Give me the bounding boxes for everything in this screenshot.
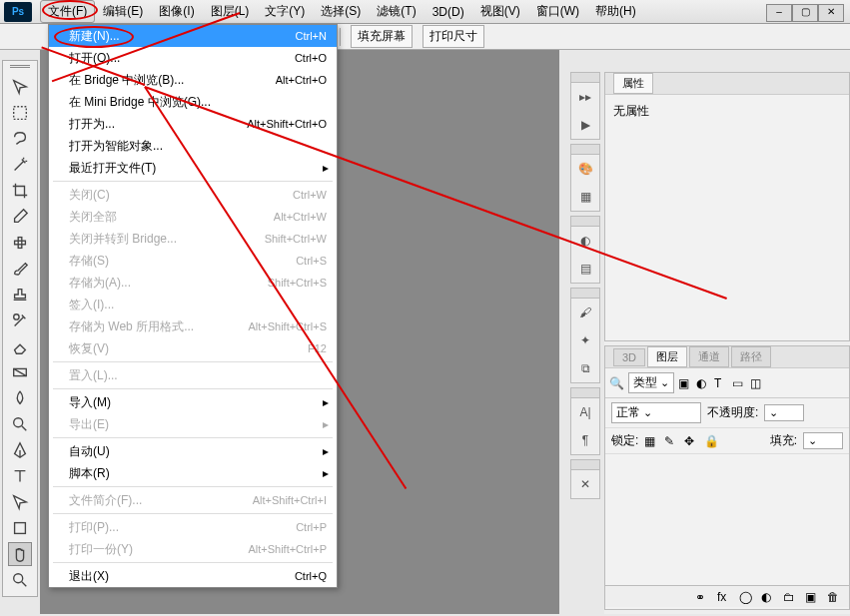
- menu-select[interactable]: 选择(S): [313, 0, 369, 23]
- menu-3d[interactable]: 3D(D): [425, 2, 472, 22]
- menu-type[interactable]: 文字(Y): [257, 0, 313, 23]
- character-icon[interactable]: A|: [571, 398, 599, 426]
- menu-item-[interactable]: 打开为...Alt+Shift+Ctrl+O: [49, 113, 337, 135]
- lock-all-icon[interactable]: 🔒: [704, 434, 718, 448]
- path-tool[interactable]: [8, 490, 32, 514]
- print-size-button[interactable]: 打印尺寸: [423, 25, 484, 48]
- eraser-tool[interactable]: [8, 334, 32, 358]
- menu-item-bridgeb[interactable]: 在 Bridge 中浏览(B)...Alt+Ctrl+O: [49, 69, 337, 91]
- link-icon[interactable]: ⚭: [695, 590, 709, 604]
- history-icon[interactable]: ▸▸: [571, 83, 599, 111]
- gradient-tool[interactable]: [8, 360, 32, 384]
- menu-item-u[interactable]: 自动(U)▸: [49, 440, 337, 462]
- maximize-button[interactable]: ▢: [792, 4, 818, 22]
- menu-shortcut: Alt+Ctrl+W: [274, 211, 327, 223]
- shape-tool[interactable]: [8, 516, 32, 540]
- zoom-tool[interactable]: [8, 568, 32, 592]
- menu-view[interactable]: 视图(V): [472, 0, 528, 23]
- menu-item-n[interactable]: 新建(N)...Ctrl+N: [49, 25, 337, 47]
- fill-input[interactable]: ⌄: [803, 432, 843, 449]
- menu-shortcut: Alt+Ctrl+O: [276, 74, 327, 86]
- lasso-tool[interactable]: [8, 127, 32, 151]
- filter-pixel-icon[interactable]: ▣: [678, 376, 692, 390]
- menu-shortcut: Ctrl+O: [295, 52, 327, 64]
- group-icon[interactable]: 🗀: [783, 590, 797, 604]
- new-layer-icon[interactable]: ▣: [805, 590, 819, 604]
- brush-presets-icon[interactable]: ✦: [571, 326, 599, 354]
- menu-file[interactable]: 文件(F): [40, 0, 95, 23]
- adjustment-icon[interactable]: ◐: [761, 590, 775, 604]
- tab-3d[interactable]: 3D: [613, 348, 645, 366]
- menu-item-label: 存储为 Web 所用格式...: [69, 318, 248, 335]
- blur-tool[interactable]: [8, 386, 32, 410]
- menu-shortcut: Ctrl+S: [296, 255, 327, 267]
- color-icon[interactable]: 🎨: [571, 155, 599, 183]
- wand-tool[interactable]: [8, 153, 32, 177]
- tab-channels[interactable]: 通道: [689, 346, 729, 367]
- dock-grip[interactable]: [571, 388, 599, 398]
- menu-layer[interactable]: 图层(L): [203, 0, 258, 23]
- menu-help[interactable]: 帮助(H): [587, 0, 644, 23]
- filter-kind-select[interactable]: 类型 ⌄: [628, 372, 674, 393]
- history-brush-tool[interactable]: [8, 308, 32, 332]
- menu-item-label: 脚本(R): [69, 465, 327, 482]
- lock-pos-icon[interactable]: ✥: [684, 434, 698, 448]
- dock-grip[interactable]: [571, 460, 599, 470]
- menu-item-label: 文件简介(F)...: [69, 492, 253, 509]
- filter-shape-icon[interactable]: ▭: [732, 376, 746, 390]
- menu-item-minibridgeg[interactable]: 在 Mini Bridge 中浏览(G)...: [49, 91, 337, 113]
- brush-tool[interactable]: [8, 257, 32, 281]
- menu-filter[interactable]: 滤镜(T): [369, 0, 424, 23]
- mask-icon[interactable]: ◯: [739, 590, 753, 604]
- menu-item-o[interactable]: 打开(O)...Ctrl+O: [49, 47, 337, 69]
- lock-trans-icon[interactable]: ▦: [644, 434, 658, 448]
- eyedropper-tool[interactable]: [8, 205, 32, 229]
- swatches-icon[interactable]: ▦: [571, 183, 599, 211]
- filter-type-icon[interactable]: T: [714, 376, 728, 390]
- properties-tab[interactable]: 属性: [613, 73, 653, 94]
- menu-separator: [53, 361, 333, 362]
- crop-tool[interactable]: [8, 179, 32, 203]
- move-tool[interactable]: [8, 75, 32, 99]
- tab-layers[interactable]: 图层: [647, 346, 687, 367]
- dock-grip[interactable]: [571, 73, 599, 83]
- menu-item-r[interactable]: 脚本(R)▸: [49, 462, 337, 484]
- blend-mode-select[interactable]: 正常 ⌄: [611, 402, 701, 423]
- stamp-tool[interactable]: [8, 283, 32, 307]
- tab-paths[interactable]: 路径: [731, 346, 771, 367]
- hand-tool[interactable]: [8, 542, 32, 566]
- trash-icon[interactable]: 🗑: [827, 590, 841, 604]
- type-tool[interactable]: [8, 464, 32, 488]
- marquee-tool[interactable]: [8, 101, 32, 125]
- tools-icon[interactable]: ✕: [571, 470, 599, 498]
- menu-item-m[interactable]: 导入(M)▸: [49, 391, 337, 413]
- menu-image[interactable]: 图像(I): [151, 0, 202, 23]
- menu-item-x[interactable]: 退出(X)Ctrl+Q: [49, 565, 337, 587]
- heal-tool[interactable]: [8, 231, 32, 255]
- minimize-button[interactable]: –: [766, 4, 792, 22]
- clone-icon[interactable]: ⧉: [571, 354, 599, 382]
- paragraph-icon[interactable]: ¶: [571, 426, 599, 454]
- close-button[interactable]: ✕: [818, 4, 844, 22]
- filter-smart-icon[interactable]: ◫: [750, 376, 764, 390]
- menu-window[interactable]: 窗口(W): [528, 0, 587, 23]
- pen-tool[interactable]: [8, 438, 32, 462]
- brushes-icon[interactable]: 🖌: [571, 299, 599, 326]
- dodge-tool[interactable]: [8, 412, 32, 436]
- fit-screen-button[interactable]: 填充屏幕: [351, 25, 413, 48]
- dock-grip[interactable]: [571, 289, 599, 299]
- opacity-input[interactable]: ⌄: [764, 404, 804, 421]
- menu-item-t[interactable]: 最近打开文件(T)▸: [49, 157, 337, 179]
- actions-icon[interactable]: ▶: [571, 111, 599, 139]
- dock-grip[interactable]: [571, 145, 599, 155]
- adjustments-icon[interactable]: ◐: [571, 227, 599, 255]
- lock-paint-icon[interactable]: ✎: [664, 434, 678, 448]
- filter-adjust-icon[interactable]: ◐: [696, 376, 710, 390]
- styles-icon[interactable]: ▤: [571, 255, 599, 283]
- menu-shortcut: Alt+Shift+Ctrl+P: [248, 543, 327, 555]
- fx-icon[interactable]: fx: [717, 590, 731, 604]
- menu-item-[interactable]: 打开为智能对象...: [49, 135, 337, 157]
- menu-edit[interactable]: 编辑(E): [95, 0, 151, 23]
- toolbox-grip[interactable]: [10, 65, 30, 73]
- dock-grip[interactable]: [571, 217, 599, 227]
